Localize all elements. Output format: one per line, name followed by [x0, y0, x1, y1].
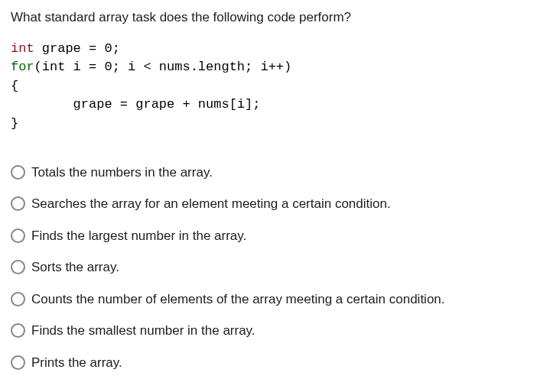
keyword-for: for: [11, 60, 34, 74]
radio-button[interactable]: [11, 292, 25, 306]
option-row-6[interactable]: Prints the array.: [11, 353, 526, 373]
option-label: Sorts the array.: [31, 258, 119, 277]
option-label: Prints the array.: [31, 353, 122, 373]
option-row-4[interactable]: Counts the number of elements of the arr…: [11, 290, 526, 309]
option-row-0[interactable]: Totals the numbers in the array.: [11, 163, 526, 183]
keyword-int: int: [11, 41, 34, 56]
option-label: Finds the smallest number in the array.: [31, 321, 255, 341]
code-line-2: (int i = 0; i < nums.length; i++): [34, 60, 292, 74]
question-text: What standard array task does the follow…: [11, 8, 526, 28]
option-row-2[interactable]: Finds the largest number in the array.: [11, 226, 526, 246]
option-row-5[interactable]: Finds the smallest number in the array.: [11, 321, 526, 341]
options-group: Totals the numbers in the array. Searche…: [11, 163, 526, 373]
code-line-3: {: [11, 79, 18, 93]
radio-button[interactable]: [11, 260, 25, 274]
radio-button[interactable]: [11, 196, 25, 211]
code-line-5: }: [11, 116, 18, 131]
code-block: int grape = 0; for(int i = 0; i < nums.l…: [11, 40, 526, 134]
radio-button[interactable]: [11, 355, 25, 370]
code-line-4: grape = grape + nums[i];: [11, 97, 260, 112]
option-row-1[interactable]: Searches the array for an element meetin…: [11, 194, 526, 214]
option-row-3[interactable]: Sorts the array.: [11, 258, 526, 277]
option-label: Searches the array for an element meetin…: [31, 194, 391, 214]
option-label: Finds the largest number in the array.: [31, 226, 246, 246]
code-line-1: grape = 0;: [34, 41, 120, 56]
radio-button[interactable]: [11, 165, 25, 180]
option-label: Counts the number of elements of the arr…: [31, 290, 445, 309]
radio-button[interactable]: [11, 228, 25, 243]
option-label: Totals the numbers in the array.: [31, 163, 213, 183]
radio-button[interactable]: [11, 323, 25, 338]
